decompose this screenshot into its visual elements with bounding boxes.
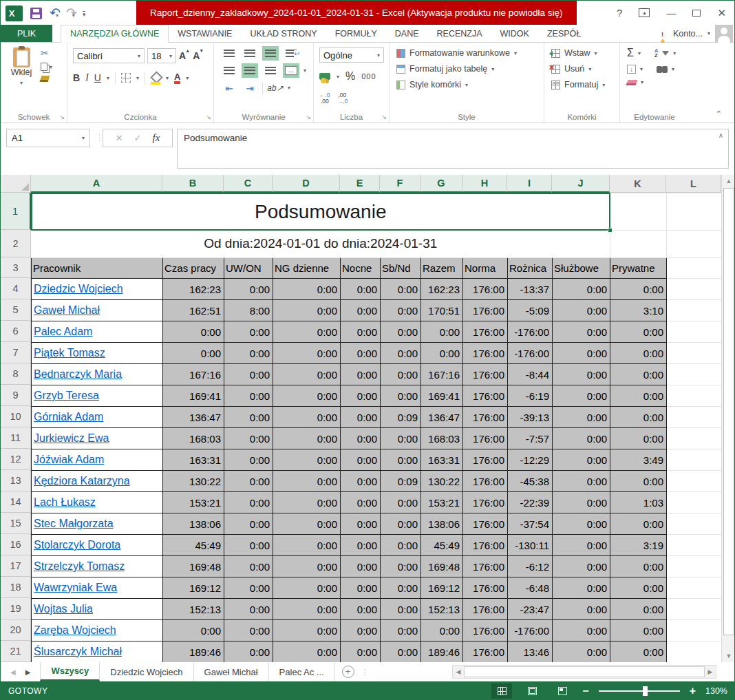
accounting-format-icon[interactable]	[319, 73, 330, 80]
value-cell[interactable]: 0:00	[341, 599, 381, 620]
value-cell[interactable]: 0:00	[341, 343, 381, 364]
ribbon-display-options-icon[interactable]: ▲	[639, 8, 650, 17]
value-cell[interactable]: 0:00	[553, 535, 610, 556]
value-cell[interactable]: 0:00	[273, 428, 341, 449]
vertical-scroll-thumb[interactable]	[723, 188, 734, 635]
account-label[interactable]: Konto...	[673, 29, 703, 39]
format-painter-icon[interactable]	[40, 76, 50, 82]
row-header-12[interactable]: 12	[1, 449, 31, 470]
customize-qat-icon[interactable]: ▾	[83, 11, 86, 18]
value-cell[interactable]: -13:37	[508, 279, 553, 300]
insert-cells-button[interactable]: Wstaw▾	[551, 48, 605, 58]
align-right-button[interactable]	[262, 63, 279, 78]
conditional-formatting-button[interactable]: Formatowanie warunkowe▾	[396, 48, 517, 58]
empty-cell[interactable]	[667, 513, 722, 535]
column-header-H[interactable]: H	[462, 175, 507, 193]
sheet-title-cell[interactable]: Podsumowanie	[32, 193, 610, 231]
value-cell[interactable]: 0:00	[553, 428, 610, 449]
decrease-indent-button[interactable]: ⇤	[221, 81, 237, 95]
value-cell[interactable]: 0:00	[610, 577, 667, 599]
value-cell[interactable]: 136:47	[421, 407, 463, 428]
employee-cell[interactable]: Gaweł Michał	[32, 300, 163, 321]
value-cell[interactable]: 0:00	[273, 407, 341, 428]
value-cell[interactable]: 0:00	[273, 343, 341, 364]
value-cell[interactable]: 3:19	[610, 535, 667, 556]
empty-cell[interactable]	[667, 364, 722, 385]
undo-dropdown-icon[interactable]: ▾	[56, 12, 58, 19]
value-cell[interactable]: 0:00	[224, 620, 273, 641]
value-cell[interactable]: 0:00	[273, 556, 341, 577]
value-cell[interactable]: 0:00	[381, 620, 421, 641]
value-cell[interactable]: 0:00	[553, 513, 610, 535]
select-all-corner[interactable]	[1, 175, 31, 193]
value-cell[interactable]: 0:00	[553, 449, 610, 471]
value-cell[interactable]: 0:00	[553, 641, 610, 663]
value-cell[interactable]: 0:00	[341, 449, 381, 471]
value-cell[interactable]: 0:00	[553, 279, 610, 300]
account-dropdown-icon[interactable]: ▾	[707, 30, 710, 36]
value-cell[interactable]: -176:00	[508, 321, 553, 343]
value-cell[interactable]: 0:00	[381, 599, 421, 620]
font-size-combo[interactable]: 18▾	[147, 48, 176, 63]
value-cell[interactable]: 170:51	[421, 300, 463, 321]
value-cell[interactable]: 176:00	[463, 321, 508, 343]
fill-color-dropdown-icon[interactable]: ▾	[166, 75, 169, 81]
excel-app-icon[interactable]: X	[6, 6, 23, 21]
value-cell[interactable]: 176:00	[463, 279, 508, 300]
grow-font-button[interactable]: A▲	[179, 50, 186, 61]
value-cell[interactable]: 0:00	[273, 385, 341, 407]
row-header-10[interactable]: 10	[1, 406, 31, 427]
empty-cell[interactable]	[667, 620, 722, 641]
value-cell[interactable]: 0:00	[273, 300, 341, 321]
align-center-button[interactable]	[242, 63, 258, 78]
value-cell[interactable]: 0:00	[381, 343, 421, 364]
empty-cell[interactable]	[667, 577, 722, 599]
table-header-sb-nd[interactable]: Sb/Nd	[381, 258, 421, 279]
format-cells-button[interactable]: Formatuj▾	[551, 80, 605, 89]
employee-cell[interactable]: Jóźwiak Adam	[32, 449, 163, 471]
value-cell[interactable]: 0:00	[610, 407, 667, 428]
value-cell[interactable]: 0:00	[553, 300, 610, 321]
empty-cell[interactable]	[667, 343, 722, 364]
zoom-slider[interactable]	[599, 690, 680, 692]
value-cell[interactable]: -6:19	[508, 385, 553, 407]
value-cell[interactable]: 0:00	[341, 620, 381, 641]
value-cell[interactable]: 0:00	[224, 535, 273, 556]
clipboard-dialog-launcher-icon[interactable]: ↘	[59, 114, 65, 120]
value-cell[interactable]: 176:00	[463, 641, 508, 663]
value-cell[interactable]: -8:44	[508, 364, 553, 385]
page-break-view-button[interactable]	[552, 683, 573, 699]
zoom-slider-handle[interactable]	[643, 686, 648, 696]
new-sheet-icon[interactable]: +	[342, 666, 354, 678]
employee-link[interactable]: Wojtas Julia	[34, 603, 93, 615]
ribbon-tab-formuły[interactable]: FORMUŁY	[326, 25, 386, 42]
value-cell[interactable]: 0:00	[224, 279, 273, 300]
row-header-19[interactable]: 19	[1, 598, 31, 619]
value-cell[interactable]: 163:31	[163, 449, 224, 471]
column-header-A[interactable]: A	[31, 175, 162, 193]
italic-button[interactable]: I	[85, 72, 89, 83]
increase-decimal-button[interactable]: ←.0.00	[319, 92, 330, 105]
value-cell[interactable]: 0:00	[381, 535, 421, 556]
empty-cell[interactable]	[667, 279, 722, 300]
value-cell[interactable]: 152:13	[163, 599, 224, 620]
table-header-norma[interactable]: Norma	[463, 258, 508, 279]
value-cell[interactable]: -6:12	[508, 556, 553, 577]
next-sheet-icon[interactable]: ▶	[25, 668, 31, 676]
value-cell[interactable]: 0:00	[224, 321, 273, 343]
column-header-B[interactable]: B	[162, 175, 224, 193]
value-cell[interactable]: 0:00	[224, 641, 273, 663]
orientation-dropdown-icon[interactable]: ▾	[288, 85, 290, 91]
row-header-13[interactable]: 13	[1, 470, 31, 491]
column-header-F[interactable]: F	[380, 175, 420, 193]
value-cell[interactable]: 0:00	[224, 471, 273, 492]
value-cell[interactable]: 0:00	[341, 556, 381, 577]
value-cell[interactable]: 0:00	[381, 513, 421, 535]
horizontal-scroll-thumb[interactable]	[464, 666, 705, 677]
column-header-E[interactable]: E	[340, 175, 380, 193]
value-cell[interactable]: 0:00	[341, 407, 381, 428]
value-cell[interactable]: 8:00	[224, 300, 273, 321]
prev-sheet-icon[interactable]: ◀	[10, 668, 16, 676]
value-cell[interactable]: 0:00	[273, 599, 341, 620]
value-cell[interactable]: -6:48	[508, 577, 553, 599]
